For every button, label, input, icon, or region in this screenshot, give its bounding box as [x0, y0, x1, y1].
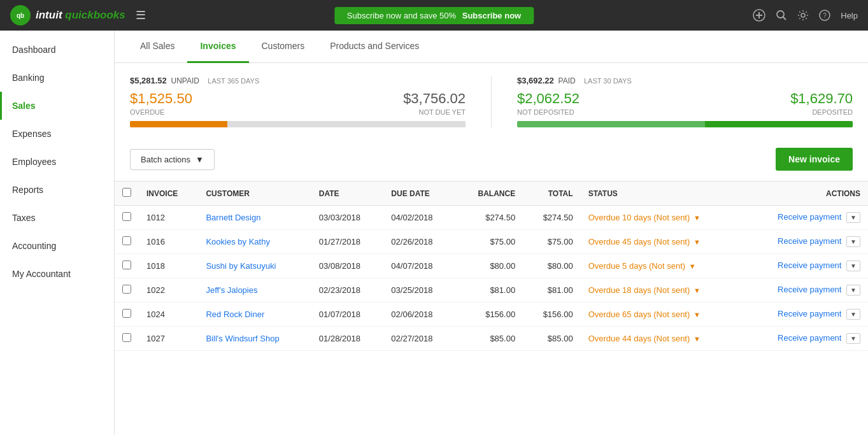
help-text[interactable]: Help — [841, 11, 858, 20]
svg-text:?: ? — [823, 12, 827, 19]
notdeposited-bar — [517, 121, 705, 127]
cell-date: 03/08/2018 — [311, 254, 384, 278]
tab-customers[interactable]: Customers — [249, 31, 318, 63]
col-date: DATE — [311, 182, 384, 206]
main-content: All Sales Invoices Customers Products an… — [115, 31, 868, 435]
cell-actions: Receive payment ▼ — [743, 254, 868, 278]
cell-customer[interactable]: Bill's Windsurf Shop — [198, 327, 311, 351]
tab-products-services[interactable]: Products and Services — [317, 31, 432, 63]
select-all-checkbox[interactable] — [122, 188, 131, 197]
receive-payment-link[interactable]: Receive payment — [778, 285, 841, 294]
notdeposited-amount: $2,062.52 — [517, 90, 580, 107]
table-row: 1016 Kookies by Kathy 01/27/2018 02/26/2… — [115, 230, 868, 254]
row-checkbox[interactable] — [122, 212, 131, 221]
batch-actions-button[interactable]: Batch actions ▼ — [130, 149, 215, 170]
row-checkbox[interactable] — [122, 285, 131, 294]
action-dropdown-btn[interactable]: ▼ — [846, 260, 860, 271]
top-nav: qb intuit quickbooks ☰ Subscribe now and… — [0, 0, 868, 31]
cell-invoice: 1022 — [139, 278, 198, 303]
sidebar-item-dashboard[interactable]: Dashboard — [0, 36, 114, 64]
cell-status: Overdue 10 days (Not sent) ▼ — [581, 206, 743, 230]
logo-text: intuit quickbooks — [36, 9, 125, 22]
unpaid-label: $5,281.52 UNPAID LAST 365 DAYS — [130, 76, 466, 85]
table-row: 1012 Barnett Design 03/03/2018 04/02/201… — [115, 206, 868, 230]
status-dropdown-btn[interactable]: ▼ — [694, 214, 701, 222]
tab-all-sales[interactable]: All Sales — [127, 31, 187, 63]
cell-total: $274.50 — [523, 206, 580, 230]
action-dropdown-btn[interactable]: ▼ — [846, 309, 860, 320]
status-badge: Overdue 45 days (Not sent) — [588, 237, 690, 246]
table-row: 1022 Jeff's Jalopies 02/23/2018 03/25/20… — [115, 278, 868, 303]
cell-balance: $274.50 — [456, 206, 523, 230]
action-dropdown-btn[interactable]: ▼ — [846, 212, 860, 223]
cell-customer[interactable]: Kookies by Kathy — [198, 230, 311, 254]
receive-payment-link[interactable]: Receive payment — [778, 212, 841, 222]
row-checkbox[interactable] — [122, 309, 131, 318]
status-dropdown-btn[interactable]: ▼ — [694, 335, 701, 343]
status-dropdown-btn[interactable]: ▼ — [689, 262, 696, 270]
cell-invoice: 1018 — [139, 254, 198, 278]
promo-text: Subscribe now and save 50% — [347, 11, 456, 20]
row-checkbox[interactable] — [122, 260, 131, 269]
cell-customer[interactable]: Jeff's Jalopies — [198, 278, 311, 303]
sidebar-item-banking[interactable]: Banking — [0, 64, 114, 92]
cell-status: Overdue 18 days (Not sent) ▼ — [581, 278, 743, 303]
cell-invoice: 1016 — [139, 230, 198, 254]
sidebar-item-accounting[interactable]: Accounting — [0, 232, 114, 260]
sidebar-item-sales[interactable]: Sales — [0, 92, 114, 120]
col-actions: ACTIONS — [743, 182, 868, 206]
cell-balance: $85.00 — [456, 327, 523, 351]
main-layout: Dashboard Banking Sales Expenses Employe… — [0, 31, 868, 435]
status-dropdown-btn[interactable]: ▼ — [694, 238, 701, 246]
unpaid-progress-bar — [130, 121, 466, 127]
overdue-amount: $1,525.50 — [130, 90, 192, 107]
notdue-block: $3,756.02 NOT DUE YET — [403, 90, 466, 116]
cell-customer[interactable]: Barnett Design — [198, 206, 311, 230]
hamburger-icon[interactable]: ☰ — [136, 8, 146, 22]
row-checkbox[interactable] — [122, 236, 131, 245]
action-dropdown-btn[interactable]: ▼ — [846, 333, 860, 344]
svg-text:qb: qb — [17, 12, 24, 19]
sidebar-item-employees[interactable]: Employees — [0, 148, 114, 176]
status-badge: Overdue 10 days (Not sent) — [588, 213, 690, 222]
cell-customer[interactable]: Sushi by Katsuyuki — [198, 254, 311, 278]
receive-payment-link[interactable]: Receive payment — [778, 236, 841, 246]
row-checkbox[interactable] — [122, 333, 131, 342]
action-dropdown-btn[interactable]: ▼ — [846, 285, 860, 296]
cell-actions: Receive payment ▼ — [743, 230, 868, 254]
sidebar-item-expenses[interactable]: Expenses — [0, 120, 114, 148]
receive-payment-link[interactable]: Receive payment — [778, 309, 841, 318]
table-row: 1024 Red Rock Diner 01/07/2018 02/06/201… — [115, 303, 868, 327]
add-icon[interactable] — [753, 9, 765, 22]
help-circle-icon[interactable]: ? — [819, 10, 830, 21]
tab-invoices[interactable]: Invoices — [187, 31, 248, 63]
sidebar-item-taxes[interactable]: Taxes — [0, 204, 114, 232]
settings-icon[interactable] — [797, 10, 809, 21]
action-dropdown-btn[interactable]: ▼ — [846, 236, 860, 247]
row-checkbox-cell — [115, 327, 139, 351]
status-dropdown-btn[interactable]: ▼ — [694, 311, 701, 318]
cell-actions: Receive payment ▼ — [743, 206, 868, 230]
unpaid-panel: $5,281.52 UNPAID LAST 365 DAYS $1,525.50… — [130, 76, 466, 127]
cell-customer[interactable]: Red Rock Diner — [198, 303, 311, 327]
invoices-table: INVOICE CUSTOMER DATE DUE DATE BALANCE T… — [115, 181, 868, 351]
cell-status: Overdue 5 days (Not sent) ▼ — [581, 254, 743, 278]
cell-actions: Receive payment ▼ — [743, 278, 868, 303]
topnav-icons: ? Help — [753, 9, 858, 22]
receive-payment-link[interactable]: Receive payment — [778, 333, 841, 343]
promo-subscribe-btn[interactable]: Subscribe now — [462, 11, 521, 20]
sidebar-item-reports[interactable]: Reports — [0, 176, 114, 204]
sidebar-item-my-accountant[interactable]: My Accountant — [0, 260, 114, 288]
cell-status: Overdue 65 days (Not sent) ▼ — [581, 303, 743, 327]
deposited-amount: $1,629.70 — [790, 90, 853, 107]
notdue-label: NOT DUE YET — [403, 108, 466, 116]
new-invoice-button[interactable]: New invoice — [776, 148, 853, 171]
receive-payment-link[interactable]: Receive payment — [778, 260, 841, 270]
status-dropdown-btn[interactable]: ▼ — [694, 287, 701, 294]
sidebar: Dashboard Banking Sales Expenses Employe… — [0, 31, 115, 435]
cell-due-date: 02/26/2018 — [383, 230, 456, 254]
cell-date: 02/23/2018 — [311, 278, 384, 303]
search-icon[interactable] — [776, 10, 787, 21]
logo[interactable]: qb intuit quickbooks — [10, 5, 125, 25]
cell-date: 01/07/2018 — [311, 303, 384, 327]
